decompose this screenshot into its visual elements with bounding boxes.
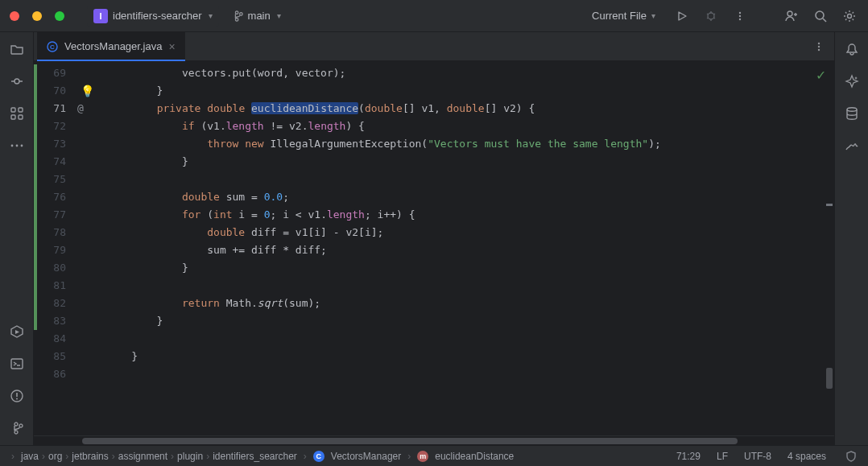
line-number-gutter[interactable]: 697071727374757677787980818283848586	[34, 61, 72, 435]
horizontal-scrollbar[interactable]	[34, 435, 834, 445]
code-line[interactable]: }	[106, 259, 834, 277]
problems-tool-icon[interactable]	[8, 387, 26, 405]
commit-tool-icon[interactable]	[8, 72, 26, 90]
editor-tab[interactable]: C VectorsManager.java ×	[37, 32, 185, 61]
svg-point-5	[816, 11, 824, 19]
line-number[interactable]: 84	[34, 330, 72, 348]
run-config-selector[interactable]: Current File ▾	[585, 7, 662, 24]
code-line[interactable]: sum += diff * diff;	[106, 241, 834, 259]
breadcrumb-item[interactable]: jetbrains	[72, 451, 108, 462]
traffic-light-minimize[interactable]	[32, 11, 42, 21]
kebab-icon[interactable]	[804, 41, 834, 52]
kebab-icon[interactable]	[731, 7, 749, 25]
code-editor[interactable]: ✓ 697071727374757677787980818283848586 💡…	[34, 61, 834, 435]
git-branch-selector[interactable]: main ▾	[225, 6, 287, 25]
class-icon: C	[313, 451, 324, 462]
svg-point-2	[739, 14, 741, 16]
code-line[interactable]: return Math.sqrt(sum);	[106, 295, 834, 312]
chevron-down-icon: ▾	[277, 11, 281, 20]
line-number[interactable]: 73	[34, 135, 72, 153]
scrollbar-thumb[interactable]	[82, 438, 738, 444]
line-number[interactable]: 77	[34, 206, 72, 224]
breadcrumb-item[interactable]: java	[21, 451, 39, 462]
code-line[interactable]	[106, 277, 834, 295]
debug-button[interactable]	[702, 7, 720, 25]
breadcrumb-item[interactable]: plugin	[177, 451, 203, 462]
code-line[interactable]	[106, 330, 834, 348]
indent-config[interactable]: 4 spaces	[787, 451, 826, 462]
ai-assistant-icon[interactable]	[843, 72, 861, 90]
line-number[interactable]: 72	[34, 118, 72, 135]
traffic-light-close[interactable]	[10, 11, 19, 21]
code-line[interactable]: }	[106, 348, 834, 365]
breadcrumb-item[interactable]: identifiers_searcher	[213, 451, 297, 462]
code-line[interactable]: }	[106, 153, 834, 171]
caret-position[interactable]: 71:29	[676, 451, 701, 462]
svg-point-13	[15, 145, 18, 147]
shield-icon[interactable]	[842, 447, 860, 465]
code-line[interactable]: }	[106, 312, 834, 330]
structure-tool-icon[interactable]	[8, 105, 26, 122]
error-stripe[interactable]	[825, 61, 834, 435]
breadcrumb-method[interactable]: euclideanDistance	[435, 451, 514, 462]
code-line[interactable]	[106, 171, 834, 188]
line-separator[interactable]: LF	[717, 451, 728, 462]
line-number[interactable]: 74	[34, 153, 72, 171]
run-button[interactable]	[673, 7, 691, 25]
code-content[interactable]: vectors.put(word, vector); } private dou…	[106, 61, 834, 435]
code-line[interactable]: }	[106, 82, 834, 100]
project-selector[interactable]: I identifiers-searcher ▾	[87, 6, 219, 27]
line-number[interactable]: 70	[34, 82, 72, 100]
line-number[interactable]: 69	[34, 64, 72, 82]
svg-point-12	[10, 145, 13, 147]
svg-rect-9	[19, 108, 23, 112]
line-number[interactable]: 82	[34, 295, 72, 312]
code-line[interactable]: vectors.put(word, vector);	[106, 64, 834, 82]
code-line[interactable]: for (int i = 0; i < v1.length; i++) {	[106, 206, 834, 224]
line-number[interactable]: 71	[34, 100, 72, 118]
svg-point-6	[848, 14, 852, 18]
intention-bulb-icon[interactable]: 💡	[81, 82, 94, 100]
override-gutter-icon[interactable]: @	[77, 100, 84, 118]
line-number[interactable]: 81	[34, 277, 72, 295]
line-number[interactable]: 79	[34, 241, 72, 259]
git-tool-icon[interactable]	[8, 419, 26, 437]
run-config-label: Current File	[592, 10, 647, 22]
line-number[interactable]: 86	[34, 365, 72, 383]
svg-point-14	[20, 145, 23, 147]
breadcrumb-class[interactable]: VectorsManager	[331, 451, 401, 462]
line-number[interactable]: 75	[34, 171, 72, 188]
branch-icon	[232, 10, 243, 22]
project-tool-icon[interactable]	[8, 40, 26, 58]
user-icon[interactable]	[783, 7, 800, 25]
profiler-tool-icon[interactable]	[843, 137, 861, 155]
settings-icon[interactable]	[841, 7, 858, 25]
line-number[interactable]: 78	[34, 224, 72, 241]
traffic-light-zoom[interactable]	[55, 11, 64, 21]
line-number[interactable]: 80	[34, 259, 72, 277]
svg-point-21	[818, 45, 820, 47]
code-line[interactable]: private double euclideanDistance(double[…	[106, 100, 834, 118]
breadcrumb-item[interactable]: org	[48, 451, 62, 462]
line-number[interactable]: 83	[34, 312, 72, 330]
database-tool-icon[interactable]	[843, 105, 861, 122]
line-number[interactable]: 85	[34, 348, 72, 365]
code-line[interactable]	[106, 365, 834, 383]
code-line[interactable]: double sum = 0.0;	[106, 188, 834, 206]
breadcrumb-item[interactable]: assignment	[118, 451, 167, 462]
svg-point-20	[818, 42, 820, 43]
line-number[interactable]: 76	[34, 188, 72, 206]
code-line[interactable]: throw new IllegalArgumentException("Vect…	[106, 135, 834, 153]
services-tool-icon[interactable]	[8, 323, 26, 340]
more-tool-icon[interactable]	[8, 137, 26, 155]
project-name: identifiers-searcher	[113, 10, 202, 22]
file-encoding[interactable]: UTF-8	[744, 451, 771, 462]
terminal-tool-icon[interactable]	[8, 355, 26, 373]
notifications-tool-icon[interactable]	[843, 40, 861, 58]
search-icon[interactable]	[812, 7, 829, 25]
svg-rect-8	[11, 108, 15, 112]
breadcrumbs[interactable]: java›org›jetbrains›assignment›plugin›ide…	[21, 451, 297, 462]
code-line[interactable]: if (v1.length != v2.length) {	[106, 118, 834, 135]
code-line[interactable]: double diff = v1[i] - v2[i];	[106, 224, 834, 241]
close-icon[interactable]: ×	[168, 40, 175, 53]
